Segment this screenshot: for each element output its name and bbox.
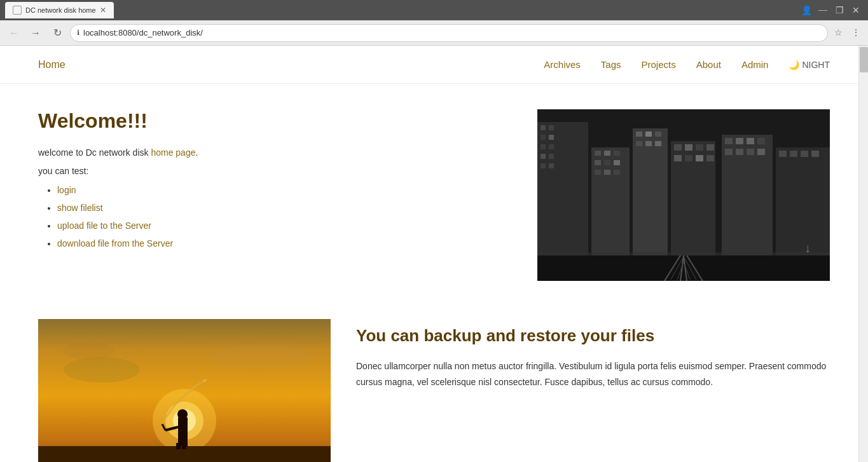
svg-rect-23	[636, 132, 642, 137]
svg-rect-4	[541, 135, 546, 140]
site-navigation: Home Archives Tags Projects About Admin …	[0, 46, 868, 84]
svg-rect-7	[549, 144, 554, 149]
filelist-link[interactable]: show filelist	[57, 203, 103, 213]
nav-home-link[interactable]: Home	[38, 59, 65, 71]
scrollbar[interactable]	[858, 46, 868, 462]
svg-rect-8	[541, 154, 546, 159]
city-image: ↓	[537, 109, 830, 281]
moon-icon: 🌙	[789, 60, 799, 70]
svg-rect-6	[541, 144, 546, 149]
svg-rect-10	[541, 163, 546, 168]
svg-rect-81	[182, 443, 186, 449]
browser-tab-bar: DC network disk home ✕ 👤 — ❐ ✕	[0, 0, 868, 20]
svg-point-71	[64, 341, 114, 360]
minimize-button[interactable]: —	[816, 3, 830, 17]
svg-point-69	[64, 357, 140, 383]
browser-menu-icon[interactable]: ⋮	[849, 27, 863, 38]
svg-rect-30	[674, 144, 682, 151]
sunset-image	[38, 319, 331, 462]
browser-toolbar: ← → ↻ ℹ ☆ ⋮	[0, 20, 868, 46]
site-wrapper: Home Archives Tags Projects About Admin …	[0, 46, 868, 462]
svg-rect-47	[776, 147, 830, 255]
welcome-section: Welcome!!! welcome to Dc network disk ho…	[38, 109, 512, 252]
svg-rect-49	[790, 151, 797, 157]
upload-link[interactable]: upload file to the Server	[57, 221, 151, 231]
svg-rect-43	[725, 149, 733, 155]
night-mode-label: NIGHT	[802, 60, 830, 70]
nav-links: Archives Tags Projects About Admin 🌙 NIG…	[544, 59, 830, 70]
svg-rect-15	[614, 151, 620, 156]
svg-rect-48	[779, 151, 787, 157]
svg-rect-25	[655, 132, 661, 137]
back-button[interactable]: ←	[5, 24, 23, 42]
download-link[interactable]: download file from the Server	[57, 238, 173, 248]
bookmark-icon[interactable]: ☆	[832, 27, 845, 38]
address-bar-container: ℹ	[70, 24, 828, 42]
nav-admin-link[interactable]: Admin	[741, 59, 769, 70]
svg-rect-20	[604, 170, 610, 175]
list-item: show filelist	[57, 199, 512, 217]
svg-rect-50	[801, 151, 808, 157]
svg-rect-42	[757, 138, 765, 144]
svg-rect-35	[685, 155, 692, 161]
svg-rect-3	[549, 125, 554, 130]
svg-rect-40	[736, 138, 743, 144]
tab-close-button[interactable]: ✕	[100, 6, 106, 15]
night-mode-toggle[interactable]: 🌙 NIGHT	[789, 60, 830, 70]
can-test-label: you can test:	[38, 166, 512, 176]
svg-rect-41	[747, 138, 754, 144]
svg-rect-73	[178, 418, 188, 446]
forward-button[interactable]: →	[27, 24, 45, 42]
svg-rect-1	[537, 122, 588, 255]
svg-point-79	[201, 386, 203, 388]
browser-chrome: DC network disk home ✕ 👤 — ❐ ✕ ← → ↻ ℹ ☆…	[0, 0, 868, 46]
scrollbar-thumb[interactable]	[860, 47, 868, 72]
close-button[interactable]: ✕	[849, 3, 863, 17]
feature-list: login show filelist upload file to the S…	[38, 181, 512, 252]
maximize-button[interactable]: ❐	[832, 3, 846, 17]
welcome-description: welcome to Dc network disk home page.	[38, 146, 512, 160]
svg-point-78	[203, 379, 206, 382]
svg-point-74	[177, 409, 188, 419]
svg-rect-33	[706, 144, 714, 151]
svg-rect-31	[685, 144, 692, 151]
svg-rect-5	[549, 135, 554, 140]
home-page-link[interactable]: home page	[151, 147, 195, 158]
backup-text: Donec ullamcorper nulla non metus auctor…	[356, 358, 830, 390]
login-link[interactable]: login	[57, 185, 76, 195]
svg-rect-17	[604, 160, 610, 165]
svg-point-70	[210, 346, 312, 369]
list-item: download file from the Server	[57, 234, 512, 252]
svg-rect-21	[614, 170, 620, 175]
refresh-button[interactable]: ↻	[48, 24, 66, 42]
svg-rect-80	[176, 443, 181, 449]
svg-rect-19	[595, 170, 601, 175]
svg-rect-37	[706, 155, 714, 161]
svg-rect-11	[549, 163, 554, 168]
svg-rect-46	[757, 149, 765, 155]
svg-rect-14	[604, 151, 610, 156]
nav-archives-link[interactable]: Archives	[544, 59, 581, 70]
svg-rect-2	[541, 125, 546, 130]
svg-rect-34	[674, 155, 682, 161]
svg-rect-18	[614, 160, 620, 165]
window-controls: 👤 — ❐ ✕	[799, 3, 863, 17]
content-bottom-section: You can backup and restore your files Do…	[38, 319, 830, 462]
svg-rect-36	[696, 155, 703, 161]
svg-point-77	[198, 381, 202, 384]
nav-tags-link[interactable]: Tags	[601, 59, 621, 70]
svg-rect-22	[633, 128, 668, 255]
browser-tab-active[interactable]: DC network disk home ✕	[5, 2, 114, 18]
svg-rect-16	[595, 160, 601, 165]
svg-rect-39	[725, 138, 733, 144]
nav-about-link[interactable]: About	[696, 59, 721, 70]
security-icon: ℹ	[77, 29, 79, 37]
svg-rect-9	[549, 154, 554, 159]
backup-title: You can backup and restore your files	[356, 325, 830, 347]
list-item: upload file to the Server	[57, 217, 512, 234]
address-bar[interactable]	[83, 28, 821, 37]
nav-projects-link[interactable]: Projects	[642, 59, 676, 70]
user-profile-icon[interactable]: 👤	[799, 3, 813, 17]
svg-rect-27	[645, 141, 652, 146]
city-image-section: ↓	[537, 109, 830, 281]
